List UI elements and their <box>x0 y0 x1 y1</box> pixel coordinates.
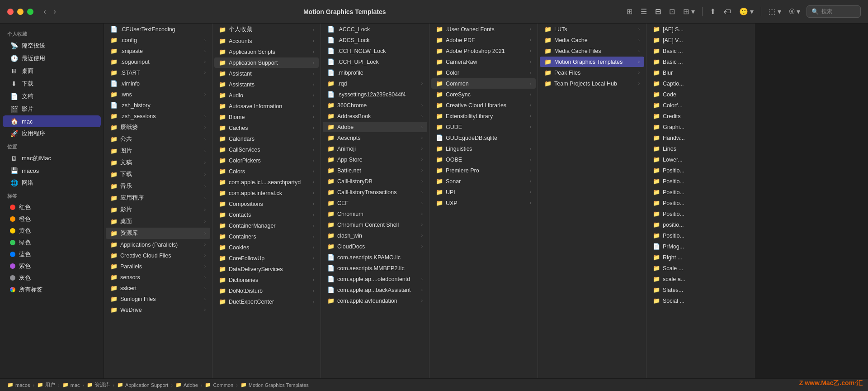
list-item[interactable]: 📁Adobe Photoshop 2021› <box>431 46 536 56</box>
list-item[interactable]: 📁Accounts› <box>214 36 319 46</box>
list-item[interactable]: 📁Credits <box>648 111 753 121</box>
list-item[interactable]: 📁音乐› <box>106 181 210 192</box>
breadcrumb-item[interactable]: 📁mac <box>62 382 80 388</box>
list-item[interactable]: 📁LUTs› <box>540 24 644 34</box>
sidebar-item-movies[interactable]: 🎬 影片 <box>3 103 101 115</box>
list-item[interactable]: 📁Adobe PDF› <box>431 35 536 45</box>
list-item[interactable]: 📁Sunlogin Files› <box>106 294 210 304</box>
list-item[interactable]: 📁Code <box>648 89 753 100</box>
sidebar-item-airdrop[interactable]: 📡 隔空投送 <box>3 39 101 52</box>
list-item[interactable]: 📁[AE] S... <box>648 24 753 34</box>
list-item[interactable]: 📁WeDrive› <box>106 305 210 315</box>
tag-button[interactable]: 🏷 <box>722 6 733 18</box>
list-item[interactable]: 📁.sogouinput› <box>106 57 210 67</box>
list-item[interactable]: 📁Slates... <box>648 285 753 295</box>
list-item[interactable]: 📁Media Cache› <box>540 35 644 45</box>
list-item[interactable]: 📄.syssettings12a239c8044f4 <box>323 89 427 100</box>
icon-view-button[interactable]: ⊞ <box>625 5 634 18</box>
list-item[interactable]: 📁Contacts› <box>214 210 319 220</box>
list-item[interactable]: 📁Chromium› <box>323 209 427 219</box>
list-item[interactable]: 📄com.aescripts.KPAMO.lic <box>323 252 427 262</box>
forward-button[interactable]: › <box>51 5 59 18</box>
list-item[interactable]: 📁Caches› <box>214 123 319 133</box>
list-item[interactable]: 📁Containers› <box>214 231 319 242</box>
list-item[interactable]: 📁com.apple.avfoundation› <box>323 296 427 306</box>
list-item[interactable]: 📁Application Scripts› <box>214 47 319 57</box>
list-item[interactable]: 📁CoreFollowUp› <box>214 253 319 263</box>
zoom-button[interactable] <box>27 9 33 15</box>
list-item[interactable]: 📁Applications (Parallels)› <box>106 239 210 250</box>
list-item[interactable]: 📁Lower... <box>648 154 753 165</box>
sidebar-tag-green[interactable]: 绿色 <box>3 237 101 248</box>
list-item[interactable]: 📁Positio... <box>648 230 753 241</box>
sidebar-tag-red[interactable]: 红色 <box>3 201 101 213</box>
list-item[interactable]: 📁.START› <box>106 67 210 78</box>
list-item[interactable]: 📁App Store› <box>323 154 427 165</box>
back-button[interactable]: ‹ <box>41 5 49 18</box>
minimize-button[interactable] <box>17 9 24 15</box>
list-item[interactable]: 📁CallServices› <box>214 144 319 155</box>
sidebar-item-network[interactable]: 🌐 网络 <box>3 176 101 189</box>
list-item[interactable]: 📁DuetExpertCenter› <box>214 296 319 307</box>
breadcrumb-item[interactable]: 📁Common <box>205 382 233 388</box>
list-item[interactable]: 📁Colorf... <box>648 100 753 110</box>
list-item[interactable]: 📁.wns› <box>106 89 210 100</box>
list-item[interactable]: 📁影片› <box>106 204 210 215</box>
list-item[interactable]: 📄.CCH_NGLW_Lock <box>323 46 427 56</box>
sidebar-tag-all[interactable]: 所有标签 <box>3 284 101 296</box>
list-item[interactable]: 📁Media Cache Files› <box>540 46 644 56</box>
search-box[interactable]: 🔍 搜索 <box>807 5 861 18</box>
list-item[interactable]: 📁CEF› <box>323 198 427 208</box>
list-item[interactable]: 📁Peak Files› <box>540 67 644 78</box>
list-item[interactable]: 📁CloudDocs› <box>323 241 427 252</box>
list-item[interactable]: 📁Parallels› <box>106 261 210 272</box>
list-item[interactable]: 📁Motion Graphics Templates› <box>540 57 644 67</box>
list-item[interactable]: 📁桌面› <box>106 216 210 227</box>
list-item[interactable]: 📄.ACCC_Lock <box>323 24 427 34</box>
list-item[interactable]: 📁Handw... <box>648 133 753 143</box>
sidebar-tag-blue[interactable]: 蓝色 <box>3 248 101 260</box>
list-item[interactable]: 📁Basic ... <box>648 57 753 67</box>
list-item[interactable]: 📄.viminfo <box>106 78 210 89</box>
list-item[interactable]: 📁CameraRaw› <box>431 57 536 67</box>
list-item[interactable]: 📁positio... <box>648 219 753 230</box>
reg-button[interactable]: ® ▾ <box>788 5 802 18</box>
sidebar-item-recents[interactable]: 🕐 最近使用 <box>3 52 101 65</box>
list-item[interactable]: 📁Autosave Information› <box>214 101 319 111</box>
list-item[interactable]: 📁sslcert› <box>106 283 210 293</box>
list-item[interactable]: 📁Right ... <box>648 252 753 262</box>
list-item[interactable]: 📁DataDeliveryServices› <box>214 264 319 274</box>
grid-view-button[interactable]: ⊞ ▾ <box>681 5 696 18</box>
close-button[interactable] <box>7 9 14 15</box>
list-item[interactable]: 📁UXP› <box>431 198 536 208</box>
list-item[interactable]: 📁CallHistoryTransactions› <box>323 187 427 197</box>
list-item[interactable]: 📁Blur <box>648 67 753 78</box>
list-item[interactable]: 📁sensors› <box>106 272 210 282</box>
list-item[interactable]: 📁com.apple.internal.ck› <box>214 188 319 198</box>
list-item[interactable]: 📄.CFUserTextEncoding <box>106 24 210 34</box>
list-item[interactable]: 📁ColorPickers› <box>214 155 319 166</box>
list-item[interactable]: 📁Dictionaries› <box>214 275 319 285</box>
breadcrumb-item[interactable]: 📁Application Support <box>117 382 168 388</box>
list-item[interactable]: 📁Compositions› <box>214 199 319 209</box>
list-item[interactable]: 📁.rqd› <box>323 78 427 89</box>
list-item[interactable]: 📁CallHistoryDB› <box>323 176 427 186</box>
sidebar-item-downloads[interactable]: ⬇ 下载 <box>3 77 101 90</box>
list-item[interactable]: 📁Positio... <box>648 187 753 197</box>
list-item[interactable]: 📄.CCH_UPI_Lock <box>323 57 427 67</box>
list-item[interactable]: 📄com.apple.ap...backAssistant› <box>323 285 427 295</box>
list-item[interactable]: 📁Colors› <box>214 166 319 176</box>
list-item[interactable]: 📁Sonar› <box>431 176 536 186</box>
sidebar-tag-purple[interactable]: 紫色 <box>3 260 101 272</box>
list-item[interactable]: 📁Premiere Pro› <box>431 165 536 176</box>
list-item[interactable]: 📁Application Support› <box>214 57 319 68</box>
list-item[interactable]: 📁Positio... <box>648 209 753 219</box>
list-item[interactable]: 📄.zsh_history <box>106 100 210 110</box>
breadcrumb-item[interactable]: 📁资源库 <box>87 381 110 388</box>
breadcrumb-item[interactable]: 📁macos <box>7 382 30 388</box>
list-item[interactable]: 📁Calendars› <box>214 134 319 144</box>
list-item[interactable]: 📁废纸篓› <box>106 122 210 133</box>
list-item[interactable]: 📁Cookies› <box>214 242 319 253</box>
sidebar-item-applications[interactable]: 🚀 应用程序 <box>3 127 101 140</box>
sidebar-item-documents[interactable]: 📄 文稿 <box>3 90 101 103</box>
